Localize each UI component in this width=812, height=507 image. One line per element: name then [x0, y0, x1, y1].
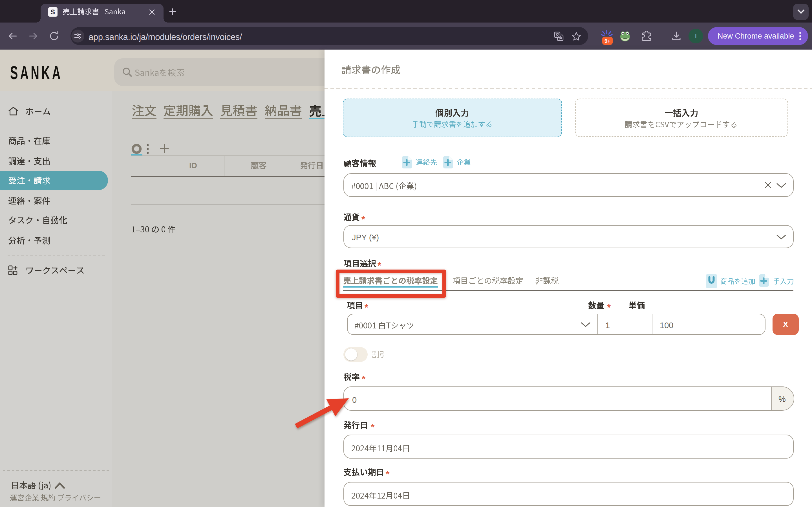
svg-text:9+: 9+	[605, 38, 610, 44]
